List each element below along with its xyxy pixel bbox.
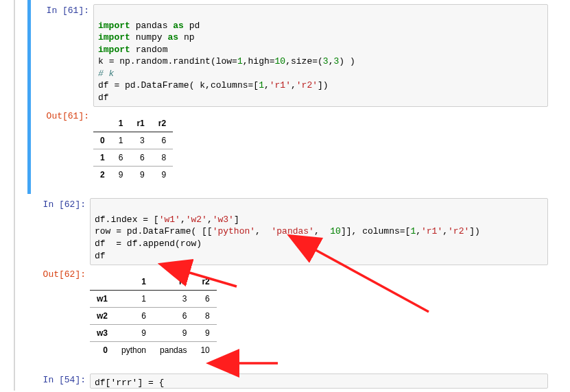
op-eq: = xyxy=(312,56,318,66)
dataframe-table-61: 1 r1 r2 0 1 3 6 xyxy=(93,115,173,183)
cell: 3 xyxy=(130,132,151,149)
op-eq: = xyxy=(106,238,127,249)
partial-code: df['rrr'] = { xyxy=(95,378,164,388)
input-prompt-54: In [54]: xyxy=(27,372,90,386)
comma: , xyxy=(264,80,270,90)
paren: ( xyxy=(175,238,180,249)
expr-df: df xyxy=(98,93,109,103)
input-prompt-62: In [62]: xyxy=(27,197,90,210)
cell: 9 xyxy=(193,325,216,342)
col-1: 1 xyxy=(112,115,130,132)
col-r1: r1 xyxy=(153,273,193,291)
comma: , xyxy=(285,56,291,66)
table-header-row: 1 r1 r2 xyxy=(90,273,217,291)
op-eq: = xyxy=(270,56,275,66)
op-eq: = xyxy=(110,226,126,236)
module-random: random xyxy=(136,45,168,55)
cell: pandas xyxy=(153,342,193,359)
col-blank xyxy=(90,273,115,291)
keyword-import: import xyxy=(98,45,130,55)
table-header-row: 1 r1 r2 xyxy=(93,115,173,132)
table-row: 1 6 6 8 xyxy=(93,149,173,167)
cell: 10 xyxy=(193,342,216,359)
str-w2: 'w2' xyxy=(186,215,207,225)
comment-k: # k xyxy=(98,69,114,79)
table-row: 0 1 3 6 xyxy=(93,132,173,149)
cell-selection-bar xyxy=(27,0,31,194)
cell: 3 xyxy=(153,291,193,308)
keyword-import: import xyxy=(98,21,130,31)
cell: 8 xyxy=(152,149,173,167)
input-prompt-61: In [61]: xyxy=(31,3,93,16)
str-pandas: 'pandas' xyxy=(266,226,314,236)
cell: 1 xyxy=(115,291,153,308)
jupyter-page: In [61]: import pandas as pd import nump… xyxy=(0,0,570,392)
row-idx: 2 xyxy=(93,167,112,184)
paren: ) xyxy=(475,226,480,236)
bracket: ] xyxy=(234,215,239,225)
op-eq: = xyxy=(400,226,405,236)
cell: 6 xyxy=(115,308,153,325)
module-pandas: pandas xyxy=(136,21,168,31)
row-idx: w2 xyxy=(90,308,115,325)
code-input-54[interactable]: df['rrr'] = { xyxy=(90,373,548,389)
lit-10b: 10 xyxy=(325,226,341,236)
output-prompt-62: Out[62]: xyxy=(27,267,90,280)
output-area-61: 1 r1 r2 0 1 3 6 xyxy=(93,112,570,188)
lit-10: 10 xyxy=(275,56,286,66)
bracket: ] xyxy=(318,80,323,90)
row-idx: 0 xyxy=(90,342,115,359)
cell: 9 xyxy=(130,167,151,184)
comma: , xyxy=(442,226,448,236)
attr-index: index xyxy=(110,215,137,225)
op-eq: = xyxy=(114,80,119,90)
table-row: w2 6 6 8 xyxy=(90,308,217,325)
bracket: [ xyxy=(154,215,159,225)
alias-pd: pd xyxy=(189,21,200,31)
str-r1b: 'r1' xyxy=(421,226,442,236)
col-r2: r2 xyxy=(152,115,173,132)
row-idx: 0 xyxy=(93,132,112,149)
lit-3: 3 xyxy=(323,56,329,66)
col-r2: r2 xyxy=(193,273,216,291)
cell: 6 xyxy=(152,132,173,149)
col-blank xyxy=(93,115,112,132)
comma: , xyxy=(255,226,266,236)
notebook-area: In [61]: import pandas as pd import nump… xyxy=(27,0,570,392)
cell: 6 xyxy=(112,149,130,167)
kw-high: high xyxy=(248,56,270,66)
cell: 9 xyxy=(153,325,193,342)
paren: ) xyxy=(339,56,344,66)
kw-size: size xyxy=(291,56,312,66)
comma: , xyxy=(314,226,325,236)
bracket: [[ xyxy=(202,226,213,236)
comma: , xyxy=(207,215,213,225)
cell: 6 xyxy=(130,149,151,167)
call-append: df.append xyxy=(127,238,175,249)
keyword-as: as xyxy=(167,32,178,42)
comma: , xyxy=(243,56,248,66)
str-w3: 'w3' xyxy=(213,215,234,225)
bracket: ]] xyxy=(341,226,352,236)
var-df: df xyxy=(98,80,109,90)
col-r1: r1 xyxy=(130,115,151,132)
paren: ) xyxy=(344,56,355,66)
code-input-61[interactable]: import pandas as pd import numpy as np i… xyxy=(93,4,548,107)
var-row: row xyxy=(95,226,110,236)
bracket: [ xyxy=(253,80,259,90)
paren: ) xyxy=(196,238,202,249)
kw-columns: columns xyxy=(357,226,399,236)
table-row: 0 python pandas 10 xyxy=(90,342,217,359)
module-numpy: numpy xyxy=(136,32,163,42)
str-r1: 'r1' xyxy=(270,80,291,90)
table-row: w3 9 9 9 xyxy=(90,325,217,342)
cell: python xyxy=(115,342,153,359)
var-k: k xyxy=(98,56,104,66)
keyword-import: import xyxy=(98,32,130,42)
comma: , xyxy=(291,80,296,90)
str-python: 'python' xyxy=(213,226,255,236)
table-row: 2 9 9 9 xyxy=(93,167,173,184)
lit-1b: 1 xyxy=(259,80,264,90)
bracket: ] xyxy=(469,226,475,236)
code-input-62[interactable]: df.index = ['w1','w2','w3'] row = pd.Dat… xyxy=(90,198,548,265)
